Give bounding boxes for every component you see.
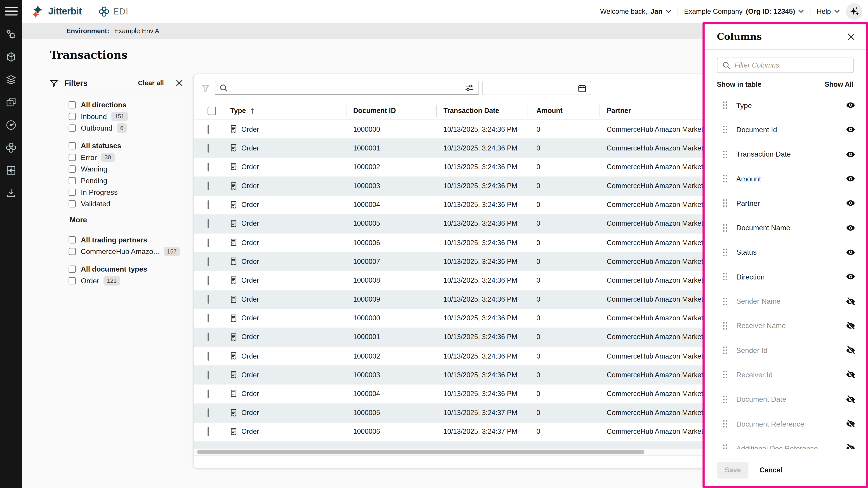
column-item[interactable]: Document Id [705, 118, 866, 142]
rail-item-layers[interactable] [0, 68, 22, 91]
drag-handle-icon[interactable] [722, 150, 728, 159]
row-checkbox[interactable] [208, 352, 209, 361]
eye-icon[interactable] [845, 199, 856, 207]
filter-checkbox[interactable] [69, 113, 76, 120]
ai-assistant-button[interactable] [846, 3, 862, 20]
org-menu[interactable]: Example Company (Org ID: 12345) [684, 7, 804, 15]
cancel-button[interactable]: Cancel [760, 466, 782, 474]
row-checkbox[interactable] [208, 163, 209, 171]
filter-item[interactable]: In Progress [50, 186, 184, 198]
filter-item[interactable]: Inbound 151 [50, 111, 184, 122]
drag-handle-icon[interactable] [722, 395, 728, 404]
rail-item-downloads[interactable] [0, 182, 22, 204]
filter-checkbox[interactable] [69, 236, 76, 243]
eye-off-icon[interactable] [845, 395, 856, 404]
filter-checkbox[interactable] [69, 277, 76, 285]
column-item[interactable]: Document Date [705, 387, 866, 412]
drag-handle-icon[interactable] [722, 174, 728, 183]
columns-panel-close-button[interactable] [847, 33, 855, 40]
filter-checkbox[interactable] [69, 142, 76, 149]
eye-off-icon[interactable] [845, 297, 856, 306]
drag-handle-icon[interactable] [722, 419, 728, 428]
toolbar-filter-button[interactable] [202, 84, 210, 92]
filter-item[interactable]: Outbound 6 [50, 122, 184, 134]
column-item[interactable]: Receiver Id [705, 363, 866, 387]
eye-icon[interactable] [845, 125, 856, 134]
column-item[interactable]: Sender Name [705, 289, 866, 313]
eye-off-icon[interactable] [845, 419, 856, 428]
drag-handle-icon[interactable] [722, 297, 728, 306]
filter-columns-input[interactable] [735, 61, 848, 69]
filter-item[interactable]: Warning [50, 163, 184, 175]
column-item[interactable]: Document Name [705, 216, 866, 240]
row-checkbox[interactable] [208, 276, 209, 285]
row-checkbox[interactable] [208, 219, 209, 228]
table-search-input[interactable] [231, 84, 465, 92]
filter-checkbox[interactable] [69, 154, 76, 161]
row-checkbox[interactable] [208, 238, 209, 247]
filter-checkbox[interactable] [69, 266, 76, 273]
select-all-checkbox[interactable] [208, 106, 216, 115]
save-button[interactable]: Save [717, 462, 748, 478]
row-checkbox[interactable] [208, 144, 209, 153]
eye-off-icon[interactable] [845, 370, 856, 379]
filter-checkbox[interactable] [69, 125, 76, 132]
eye-icon[interactable] [845, 150, 856, 159]
row-checkbox[interactable] [208, 409, 209, 417]
clear-all-button[interactable]: Clear all [138, 79, 164, 87]
row-checkbox[interactable] [208, 333, 209, 341]
eye-off-icon[interactable] [845, 346, 856, 355]
filter-checkbox[interactable] [69, 101, 76, 108]
column-header-amount[interactable]: Amount [528, 102, 599, 120]
rail-item-management-console[interactable] [0, 23, 22, 45]
column-item[interactable]: Partner [705, 191, 866, 215]
drag-handle-icon[interactable] [722, 321, 728, 330]
filters-close-button[interactable] [176, 80, 183, 86]
filter-checkbox[interactable] [69, 200, 76, 207]
column-item[interactable]: Status [705, 240, 866, 264]
row-checkbox[interactable] [208, 200, 209, 209]
row-checkbox[interactable] [208, 370, 209, 379]
column-item[interactable]: Additional Doc Reference [705, 436, 866, 449]
filter-checkbox[interactable] [69, 177, 76, 184]
drag-handle-icon[interactable] [722, 101, 728, 109]
filter-item[interactable]: All statuses [50, 140, 184, 152]
row-checkbox[interactable] [208, 427, 209, 436]
column-header-document-id[interactable]: Document ID [346, 102, 436, 120]
calendar-icon[interactable] [578, 84, 586, 92]
column-item[interactable]: Transaction Date [705, 142, 866, 166]
date-filter-input[interactable] [487, 84, 578, 92]
column-item[interactable]: Amount [705, 166, 866, 191]
horizontal-scrollbar-thumb[interactable] [197, 450, 645, 455]
jitterbit-logo[interactable]: Jitterbit [32, 5, 82, 18]
filter-checkbox[interactable] [69, 189, 76, 196]
column-item[interactable]: Direction [705, 265, 866, 289]
drag-handle-icon[interactable] [722, 272, 728, 281]
filter-item[interactable]: Validated [50, 198, 184, 210]
filter-item[interactable]: Pending [50, 175, 184, 186]
column-item[interactable]: Sender Id [705, 338, 866, 362]
row-checkbox[interactable] [208, 257, 209, 266]
row-checkbox[interactable] [208, 182, 209, 190]
row-checkbox[interactable] [208, 125, 209, 133]
filter-item[interactable]: All trading partners [50, 234, 184, 246]
rail-item-marketplace[interactable] [0, 159, 22, 182]
filter-item[interactable]: Error 30 [50, 152, 184, 163]
user-menu[interactable]: Welcome back, Jan [600, 7, 671, 15]
drag-handle-icon[interactable] [722, 125, 728, 134]
help-menu[interactable]: Help [817, 7, 840, 15]
rail-item-edi[interactable] [0, 136, 22, 159]
show-all-button[interactable]: Show All [825, 81, 854, 89]
drag-handle-icon[interactable] [722, 223, 728, 232]
drag-handle-icon[interactable] [722, 346, 728, 355]
tune-filters-icon[interactable] [465, 84, 474, 92]
eye-icon[interactable] [845, 272, 856, 281]
eye-icon[interactable] [845, 248, 856, 257]
rail-item-dashboard[interactable] [0, 113, 22, 136]
filter-item[interactable]: CommerceHub Amazo... 157 [50, 246, 184, 257]
rail-item-integration-studio[interactable] [0, 45, 22, 68]
drag-handle-icon[interactable] [722, 444, 728, 449]
column-item[interactable]: Receiver Name [705, 314, 866, 338]
filter-item[interactable]: All directions [50, 99, 184, 110]
eye-icon[interactable] [845, 174, 856, 183]
